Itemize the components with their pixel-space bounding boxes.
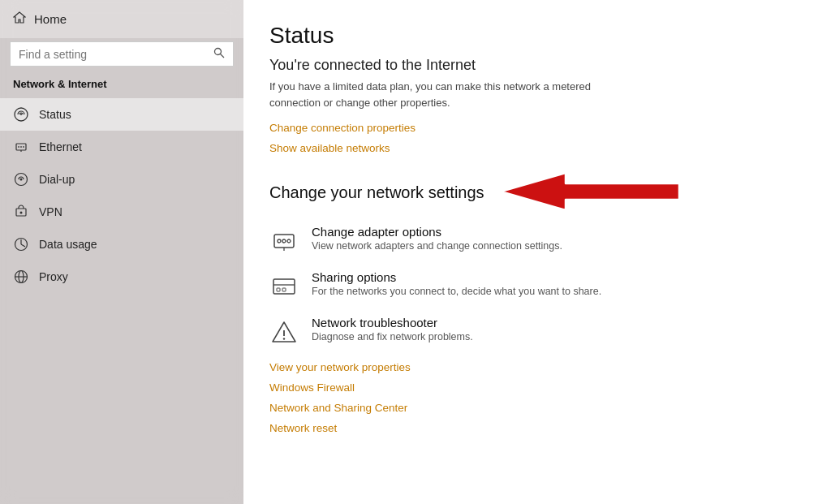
sidebar-item-ethernet[interactable]: Ethernet <box>0 131 243 163</box>
svg-line-1 <box>221 54 225 58</box>
view-network-properties-link[interactable]: View your network properties <box>269 361 799 373</box>
change-network-title: Change your network settings <box>269 183 484 202</box>
adapter-desc: View network adapters and change connect… <box>312 240 562 252</box>
datausage-icon <box>13 236 29 252</box>
network-settings-list: Change adapter options View network adap… <box>269 225 799 347</box>
search-container <box>10 41 234 67</box>
network-reset-link[interactable]: Network reset <box>269 422 799 434</box>
sharing-info: Sharing options For the networks you con… <box>312 270 601 297</box>
svg-rect-26 <box>282 288 286 291</box>
home-icon <box>13 11 26 27</box>
svg-marker-17 <box>501 173 679 210</box>
status-label: Status <box>39 108 71 121</box>
troubleshooter-info: Network troubleshooter Diagnose and fix … <box>312 316 473 342</box>
sidebar-item-vpn[interactable]: VPN <box>0 196 243 228</box>
sidebar-item-status[interactable]: Status <box>0 98 243 131</box>
sharing-options-item: Sharing options For the networks you con… <box>269 270 799 301</box>
troubleshooter-item: Network troubleshooter Diagnose and fix … <box>269 316 799 347</box>
sidebar-item-proxy[interactable]: Proxy <box>0 261 243 293</box>
adapter-info: Change adapter options View network adap… <box>312 225 562 252</box>
show-networks-link[interactable]: Show available networks <box>269 142 799 154</box>
vpn-icon <box>13 204 29 220</box>
page-title: Status <box>269 23 799 49</box>
troubleshooter-title[interactable]: Network troubleshooter <box>312 316 473 330</box>
sidebar-section-title: Network & Internet <box>0 75 243 98</box>
troubleshooter-desc: Diagnose and fix network problems. <box>312 331 473 342</box>
svg-rect-25 <box>277 288 280 291</box>
svg-point-12 <box>20 212 23 214</box>
svg-point-29 <box>283 338 285 339</box>
sidebar-item-dialup[interactable]: Dial-up <box>0 163 243 196</box>
red-arrow-annotation <box>501 170 679 213</box>
sidebar-item-datausage[interactable]: Data usage <box>0 228 243 261</box>
home-button[interactable]: Home <box>0 0 243 38</box>
svg-point-19 <box>278 239 281 243</box>
sharing-title[interactable]: Sharing options <box>312 270 601 284</box>
datausage-label: Data usage <box>39 238 97 251</box>
ethernet-icon <box>13 139 29 155</box>
change-connection-link[interactable]: Change connection properties <box>269 122 799 134</box>
dialup-label: Dial-up <box>39 173 75 186</box>
svg-point-10 <box>20 179 23 181</box>
windows-firewall-link[interactable]: Windows Firewall <box>269 381 799 394</box>
connected-desc: If you have a limited data plan, you can… <box>269 79 610 110</box>
svg-point-20 <box>282 239 286 243</box>
home-label: Home <box>34 12 67 26</box>
proxy-icon <box>13 269 29 285</box>
status-icon <box>13 106 29 123</box>
sidebar: Home Network & Internet Status <box>0 0 243 504</box>
main-content: Status You're connected to the Internet … <box>243 0 831 504</box>
proxy-label: Proxy <box>39 270 68 283</box>
nav-list: Status Ethernet <box>0 98 243 293</box>
troubleshooter-icon <box>269 317 299 347</box>
connected-heading: You're connected to the Internet <box>269 57 799 74</box>
svg-point-21 <box>287 239 291 243</box>
adapter-icon <box>269 226 299 256</box>
search-input[interactable] <box>19 48 213 61</box>
sharing-center-link[interactable]: Network and Sharing Center <box>269 402 799 414</box>
change-network-section: Change your network settings <box>269 169 799 213</box>
vpn-label: VPN <box>39 205 62 218</box>
ethernet-label: Ethernet <box>39 140 82 153</box>
sharing-icon <box>269 272 299 301</box>
search-icon <box>213 47 225 61</box>
sharing-desc: For the networks you connect to, decide … <box>312 286 601 297</box>
svg-point-0 <box>215 49 222 55</box>
dialup-icon <box>13 171 29 187</box>
adapter-options-item: Change adapter options View network adap… <box>269 225 799 256</box>
adapter-title[interactable]: Change adapter options <box>312 225 562 239</box>
svg-point-3 <box>20 114 22 115</box>
